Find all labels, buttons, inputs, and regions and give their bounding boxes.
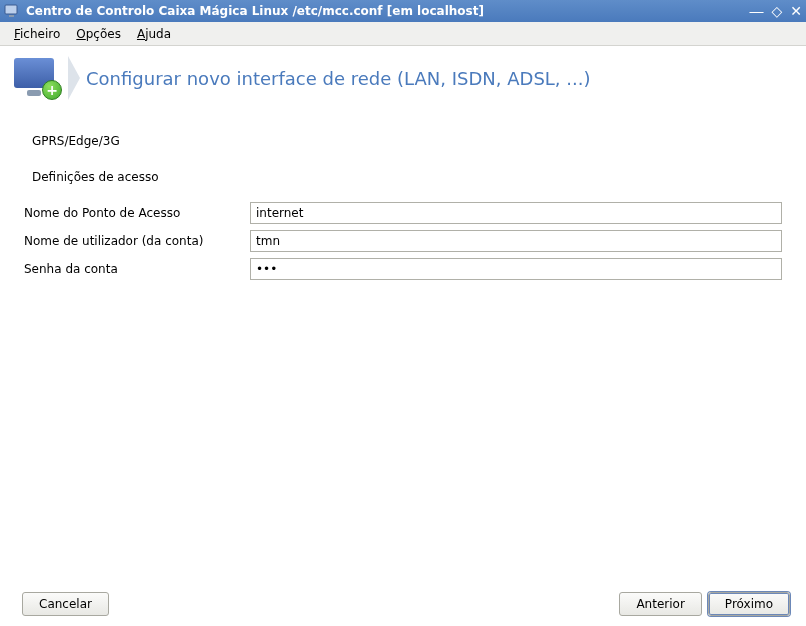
row-username: Nome de utilizador (da conta) bbox=[24, 230, 782, 252]
page-title: Configurar novo interface de rede (LAN, … bbox=[86, 68, 591, 89]
menu-ficheiro[interactable]: Ficheiro bbox=[8, 24, 66, 44]
window-controls: ― ◇ ✕ bbox=[749, 4, 802, 18]
close-icon[interactable]: ✕ bbox=[790, 4, 802, 18]
next-button[interactable]: Próximo bbox=[708, 592, 790, 616]
cancel-button[interactable]: Cancelar bbox=[22, 592, 109, 616]
network-config-icon: + bbox=[12, 56, 60, 100]
section-line-2: Definições de acesso bbox=[24, 166, 782, 188]
svg-rect-0 bbox=[5, 5, 17, 14]
svg-rect-1 bbox=[9, 15, 14, 17]
page-header: + Configurar novo interface de rede (LAN… bbox=[0, 46, 806, 112]
menu-opcoes[interactable]: Opções bbox=[70, 24, 127, 44]
label-apn: Nome do Ponto de Acesso bbox=[24, 206, 250, 220]
maximize-icon[interactable]: ◇ bbox=[771, 4, 782, 18]
row-password: Senha da conta bbox=[24, 258, 782, 280]
input-username[interactable] bbox=[250, 230, 782, 252]
row-apn: Nome do Ponto de Acesso bbox=[24, 202, 782, 224]
menu-ajuda[interactable]: Ajuda bbox=[131, 24, 177, 44]
window-title: Centro de Controlo Caixa Mágica Linux /e… bbox=[26, 4, 749, 18]
input-password[interactable] bbox=[250, 258, 782, 280]
section-line-1: GPRS/Edge/3G bbox=[24, 130, 782, 152]
chevron-right-icon bbox=[68, 56, 80, 100]
wizard-button-bar: Cancelar Anterior Próximo bbox=[0, 592, 806, 616]
label-password: Senha da conta bbox=[24, 262, 250, 276]
label-username: Nome de utilizador (da conta) bbox=[24, 234, 250, 248]
minimize-icon[interactable]: ― bbox=[749, 4, 763, 18]
previous-button[interactable]: Anterior bbox=[619, 592, 701, 616]
wizard-content: GPRS/Edge/3G Definições de acesso Nome d… bbox=[0, 112, 806, 294]
menu-bar: Ficheiro Opções Ajuda bbox=[0, 22, 806, 46]
window-titlebar: Centro de Controlo Caixa Mágica Linux /e… bbox=[0, 0, 806, 22]
input-apn[interactable] bbox=[250, 202, 782, 224]
app-icon bbox=[4, 3, 20, 19]
